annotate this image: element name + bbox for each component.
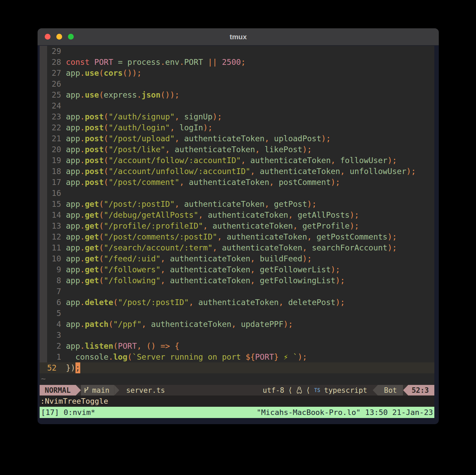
chevron-left-icon: ⟨ bbox=[306, 386, 310, 394]
line-number: 24 bbox=[47, 100, 61, 111]
code-line: 26 bbox=[40, 78, 434, 89]
code-line: 16 bbox=[40, 188, 434, 199]
line-number: 28 bbox=[47, 57, 61, 68]
code-line: 5 bbox=[40, 308, 434, 319]
code-line: 4app.patch("/ppf", authenticateToken, up… bbox=[40, 319, 434, 330]
line-number: 23 bbox=[47, 111, 61, 122]
line-number: 3 bbox=[47, 330, 61, 341]
code-line: 2app.listen(PORT, () => { bbox=[40, 341, 434, 351]
linux-penguin-icon bbox=[296, 387, 302, 394]
filetype-label: typescript bbox=[324, 386, 367, 394]
line-number: 5 bbox=[47, 308, 61, 319]
tmux-status-bar: [17] 0:nvim* "Micahs-MacBook-Pro.lo" 13:… bbox=[40, 407, 434, 418]
command-line[interactable]: :NvimTreeToggle bbox=[40, 395, 434, 407]
git-branch-label: main bbox=[92, 386, 110, 394]
line-number: 1 bbox=[47, 351, 61, 362]
line-number: 22 bbox=[47, 122, 61, 133]
line-number: 14 bbox=[47, 210, 61, 220]
line-number: 20 bbox=[47, 144, 61, 155]
cursor-location-label: 52:3 bbox=[408, 385, 434, 395]
line-number: 19 bbox=[47, 155, 61, 166]
code-line: 13app.get("/profile/:profileID", authent… bbox=[40, 220, 434, 231]
line-number: 15 bbox=[47, 199, 61, 210]
code-line: 25app.use(express.json()); bbox=[40, 89, 434, 100]
chevron-left-icon: ⟨ bbox=[288, 386, 292, 394]
code-line: 18app.post("/account/unfollow/:accountID… bbox=[40, 166, 434, 177]
code-line: 21app.post("/post/upload", authenticateT… bbox=[40, 133, 434, 144]
tmux-session-window-label[interactable]: [17] 0:nvim* bbox=[41, 408, 95, 417]
git-branch-icon bbox=[84, 387, 89, 394]
window-title: tmux bbox=[38, 33, 439, 41]
code-line: 12app.get("/post/comments/:postID", auth… bbox=[40, 231, 434, 242]
line-number: 26 bbox=[47, 78, 61, 89]
line-number: 17 bbox=[47, 177, 61, 188]
code-line: 52}); bbox=[40, 362, 434, 373]
code-line: 3 bbox=[40, 330, 434, 341]
line-number: 25 bbox=[47, 89, 61, 100]
buffer-filler-tilde: ~ bbox=[40, 373, 434, 384]
git-branch-segment: main bbox=[81, 385, 114, 395]
code-line: 9app.get("/followers", authenticateToken… bbox=[40, 264, 434, 275]
code-line: 27app.use(cors()); bbox=[40, 68, 434, 78]
code-line: 1 console.log(`Server running on port ${… bbox=[40, 351, 434, 362]
line-number: 29 bbox=[47, 46, 61, 57]
line-number: 7 bbox=[47, 286, 61, 297]
terminal-content: 2928const PORT = process.env.PORT || 250… bbox=[38, 46, 439, 424]
line-number: 18 bbox=[47, 166, 61, 177]
separator-arrow-icon bbox=[114, 385, 119, 395]
code-line: 6app.delete("/post/:postID", authenticat… bbox=[40, 297, 434, 308]
statusline: NORMAL main server.ts utf-8 ⟨ bbox=[40, 385, 434, 395]
code-line: 14app.get("/debug/getAllPosts", authenti… bbox=[40, 210, 434, 220]
line-number: 9 bbox=[47, 264, 61, 275]
code-line: 7 bbox=[40, 286, 434, 297]
code-line: 10app.get("/feed/:uid", authenticateToke… bbox=[40, 253, 434, 264]
mode-indicator: NORMAL bbox=[40, 385, 76, 395]
line-number: 6 bbox=[47, 297, 61, 308]
code-line: 20app.post("/post/like", authenticateTok… bbox=[40, 144, 434, 155]
code-line: 29 bbox=[40, 46, 434, 57]
separator-arrow-icon bbox=[76, 385, 81, 395]
code-line: 22app.post("/auth/login", logIn); bbox=[40, 122, 434, 133]
code-line: 28const PORT = process.env.PORT || 2500; bbox=[40, 57, 434, 68]
separator-arrow-icon bbox=[403, 385, 408, 395]
code-line: 17app.post("/post/comment", authenticate… bbox=[40, 177, 434, 188]
scroll-progress-label: Bot bbox=[378, 385, 403, 395]
encoding-label: utf-8 bbox=[263, 386, 284, 394]
code-line: 19app.post("/account/follow/:accountID",… bbox=[40, 155, 434, 166]
typescript-icon: TS bbox=[314, 387, 320, 393]
line-number: 2 bbox=[47, 341, 61, 351]
line-number: 4 bbox=[47, 319, 61, 330]
code-line: 8app.get("/following", authenticateToken… bbox=[40, 275, 434, 286]
code-line: 11app.get("/search/account/:term", authe… bbox=[40, 242, 434, 253]
titlebar: tmux bbox=[38, 28, 439, 45]
line-number: 11 bbox=[47, 242, 61, 253]
line-number: 16 bbox=[47, 188, 61, 199]
line-number: 21 bbox=[47, 133, 61, 144]
line-number: 27 bbox=[47, 68, 61, 78]
line-number: 8 bbox=[47, 275, 61, 286]
line-number: 10 bbox=[47, 253, 61, 264]
code-buffer: 2928const PORT = process.env.PORT || 250… bbox=[40, 46, 434, 373]
line-number: 52 bbox=[47, 362, 61, 373]
filename-label: server.ts bbox=[119, 385, 165, 395]
line-number: 12 bbox=[47, 231, 61, 242]
code-line: 15app.get("/post/:postID", authenticateT… bbox=[40, 199, 434, 210]
cursor-block: ; bbox=[75, 362, 80, 373]
editor-area[interactable]: 2928const PORT = process.env.PORT || 250… bbox=[40, 46, 434, 385]
terminal-window: tmux 2928const PORT = process.env.PORT |… bbox=[38, 28, 439, 424]
tmux-host-datetime-label: "Micahs-MacBook-Pro.lo" 13:50 21-Jan-23 bbox=[256, 408, 433, 417]
code-line: 24 bbox=[40, 100, 434, 111]
line-number: 13 bbox=[47, 220, 61, 231]
separator-arrow-icon bbox=[373, 385, 378, 395]
code-line: 23app.post("/auth/signup", signUp); bbox=[40, 111, 434, 122]
